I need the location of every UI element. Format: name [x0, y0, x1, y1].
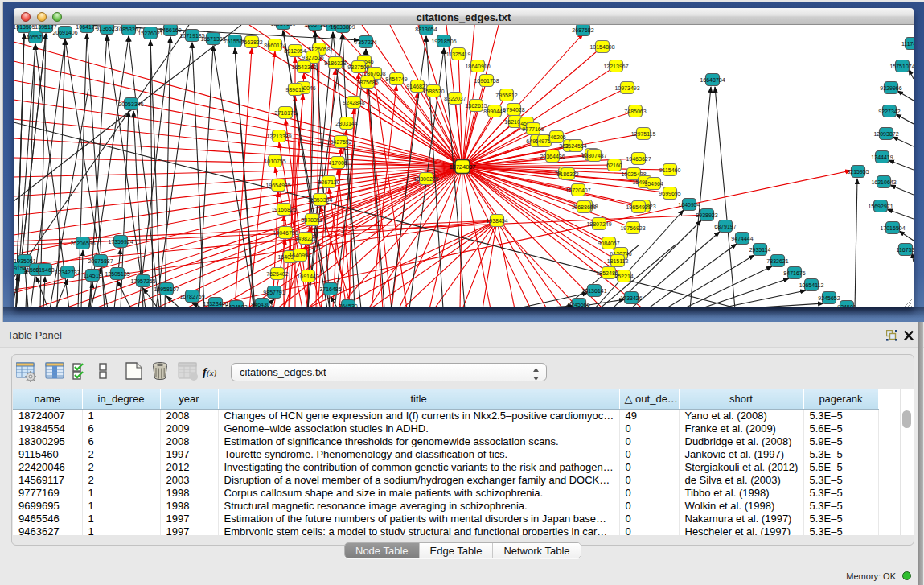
svg-text:1691443: 1691443: [297, 274, 318, 279]
svg-text:9777169: 9777169: [522, 126, 544, 132]
svg-text:9474444: 9474444: [731, 236, 753, 241]
svg-text:17016504: 17016504: [880, 225, 905, 231]
svg-text:8660124: 8660124: [264, 43, 285, 48]
svg-text:9245652: 9245652: [818, 295, 840, 301]
svg-text:18640910: 18640910: [465, 64, 490, 69]
svg-text:9227342: 9227342: [878, 109, 900, 114]
svg-text:1010755: 1010755: [264, 159, 285, 164]
svg-text:3716485: 3716485: [319, 286, 341, 292]
svg-text:19463627: 19463627: [626, 156, 651, 162]
svg-text:2803144: 2803144: [335, 121, 357, 126]
svg-text:18037159: 18037159: [270, 25, 295, 27]
svg-text:10958107: 10958107: [154, 286, 179, 292]
svg-text:3875685: 3875685: [356, 80, 378, 85]
svg-text:8322037: 8322037: [444, 96, 466, 101]
svg-text:12505135: 12505135: [105, 271, 129, 277]
svg-text:10688609: 10688609: [571, 204, 596, 210]
svg-text:12213967: 12213967: [603, 64, 628, 69]
svg-text:12323446: 12323446: [203, 301, 228, 307]
svg-text:9699695: 9699695: [659, 191, 680, 196]
svg-text:16033809: 16033809: [330, 25, 355, 30]
svg-text:9242848: 9242848: [343, 100, 364, 105]
svg-text:16671385: 16671385: [200, 36, 225, 42]
svg-text:16648784: 16648784: [700, 77, 725, 83]
svg-text:18724007: 18724007: [449, 163, 475, 171]
svg-text:417006: 417006: [328, 160, 347, 166]
svg-text:12213389: 12213389: [266, 134, 291, 139]
svg-text:746206: 746206: [547, 134, 565, 140]
svg-text:12342737: 12342737: [55, 270, 80, 275]
svg-text:114519: 114519: [84, 273, 102, 278]
svg-text:1117463: 1117463: [901, 41, 914, 47]
svg-text:17957255: 17957255: [130, 278, 155, 284]
svg-text:20364436: 20364436: [540, 154, 565, 159]
svg-text:8424502: 8424502: [225, 304, 247, 308]
svg-text:20053346: 20053346: [118, 101, 143, 107]
svg-text:17359924: 17359924: [108, 239, 133, 245]
svg-text:9327505: 9327505: [347, 64, 369, 70]
svg-text:20975887: 20975887: [88, 258, 113, 264]
svg-text:989612: 989612: [285, 87, 304, 93]
svg-text:252214: 252214: [614, 274, 633, 279]
svg-text:116753: 116753: [897, 247, 914, 253]
svg-text:15751074: 15751074: [889, 64, 914, 69]
svg-text:1733426: 1733426: [620, 295, 642, 301]
svg-text:20691406: 20691406: [52, 30, 77, 35]
svg-text:764530: 764530: [339, 303, 357, 308]
svg-text:9186322: 9186322: [556, 171, 578, 177]
svg-text:1588520: 1588520: [422, 89, 444, 94]
svg-text:19166825: 19166825: [271, 207, 296, 212]
svg-text:18807249: 18807249: [586, 221, 611, 227]
svg-text:9857791: 9857791: [263, 290, 285, 295]
svg-text:15692971: 15692971: [868, 204, 893, 209]
svg-text:10807487: 10807487: [581, 153, 606, 159]
svg-text:3624554: 3624554: [565, 143, 586, 149]
svg-text:8186328: 8186328: [324, 60, 346, 66]
svg-text:9464302: 9464302: [251, 302, 273, 307]
svg-text:1640994: 1640994: [289, 253, 310, 258]
svg-text:1935051: 1935051: [14, 258, 35, 264]
svg-text:18300275: 18300275: [413, 176, 438, 182]
svg-text:19654923: 19654923: [626, 204, 651, 210]
svg-text:1938454: 1938454: [486, 218, 507, 224]
svg-text:16543362: 16543362: [291, 64, 316, 70]
svg-text:12975115: 12975115: [631, 131, 656, 137]
svg-text:2718176: 2718176: [274, 110, 296, 116]
svg-text:7625402: 7625402: [266, 271, 288, 277]
svg-text:7357224: 7357224: [355, 39, 376, 45]
svg-text:954964: 954964: [644, 181, 663, 187]
svg-text:8466160: 8466160: [159, 27, 181, 33]
svg-text:915463: 915463: [35, 267, 54, 273]
svg-text:6794028: 6794028: [503, 107, 524, 113]
svg-text:1640954: 1640954: [678, 202, 700, 208]
svg-text:6879197: 6879197: [714, 224, 736, 229]
svg-text:10973493: 10973493: [614, 85, 639, 91]
svg-text:9136523: 9136523: [96, 26, 117, 31]
svg-text:10046798: 10046798: [273, 230, 298, 236]
svg-text:8938923: 8938923: [696, 212, 717, 218]
svg-text:11325419: 11325419: [446, 51, 471, 57]
svg-text:7485063: 7485063: [624, 109, 646, 114]
svg-text:10154808: 10154808: [589, 44, 614, 50]
svg-text:1244419: 1244419: [871, 154, 893, 160]
svg-text:9084067: 9084067: [598, 241, 619, 246]
svg-text:1815112: 1815112: [607, 258, 629, 264]
svg-text:2687682: 2687682: [572, 27, 593, 33]
svg-text:16961758: 16961758: [474, 78, 499, 84]
svg-text:19756923: 19756923: [620, 225, 645, 231]
svg-text:62160: 62160: [606, 163, 622, 168]
svg-text:10654112: 10654112: [799, 282, 824, 288]
svg-text:19654985: 19654985: [265, 183, 290, 188]
svg-text:16210643: 16210643: [871, 179, 896, 185]
svg-text:2935114: 2935114: [749, 247, 771, 253]
svg-text:8878352: 8878352: [301, 217, 322, 223]
svg-text:8912954: 8912954: [284, 48, 306, 54]
svg-text:8454749: 8454749: [385, 76, 407, 82]
svg-text:11353394: 11353394: [308, 197, 333, 203]
svg-text:9245566: 9245566: [568, 302, 589, 307]
svg-text:9115460: 9115460: [659, 167, 681, 173]
svg-text:3215955: 3215955: [847, 169, 869, 175]
svg-text:7832621: 7832621: [766, 258, 788, 264]
svg-text:20206536: 20206536: [70, 241, 95, 246]
svg-text:8267130: 8267130: [318, 179, 339, 185]
